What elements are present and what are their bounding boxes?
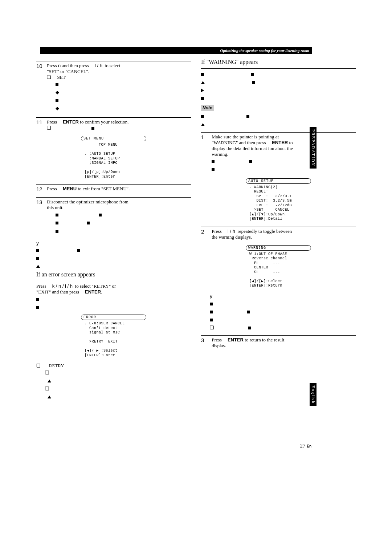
square-icon: [212, 168, 215, 171]
screen-body: TOP MENU . ;AUTO SETUP ;MANUAL SETUP ;SI…: [81, 141, 146, 181]
step-10: 10 Press n and then press l / h to selec…: [36, 63, 191, 112]
screen-title: ERROR: [81, 315, 146, 320]
text: repeatedly to toggle between: [237, 228, 292, 234]
square-icon: [252, 81, 255, 84]
triangle-icon: [36, 265, 40, 268]
triangle-icon: [48, 396, 51, 398]
text: to: [289, 140, 293, 145]
text: this unit.: [47, 205, 64, 210]
text: "WARNING" and then press: [212, 140, 266, 145]
right-column: If "WARNING" appears Not: [201, 57, 356, 401]
rule: [36, 184, 191, 185]
two-column-layout: 10 Press n and then press l / h to selec…: [36, 57, 356, 401]
warning-heading: If "WARNING" appears: [201, 59, 356, 65]
square-icon: [87, 222, 90, 224]
step-body: Press ENTER to confirm your selection. ❏: [47, 119, 191, 131]
y-heading: y: [36, 240, 191, 246]
text: Press: [36, 283, 46, 289]
key-glyph: k / n / l / h: [52, 283, 73, 289]
side-tab-preparation: PREPARATION: [310, 127, 317, 169]
square-icon: [201, 97, 204, 100]
text: and then press: [62, 63, 89, 68]
text: to select: [105, 63, 121, 68]
arrow-right-icon: [201, 89, 204, 92]
square-icon: [56, 99, 58, 102]
square-icon: [99, 214, 102, 216]
step-13: 13 Disconnect the optimizer microphone f…: [36, 199, 191, 235]
step-body: Press n and then press l / h to select "…: [47, 63, 191, 112]
square-icon: [36, 298, 39, 301]
rule: [201, 227, 356, 227]
left-column: 10 Press n and then press l / h to selec…: [36, 57, 191, 401]
page-num: 27: [300, 443, 305, 449]
step-r3: 3 Press ENTER to return to the result di…: [201, 337, 356, 349]
screen-body: . E-8:USER CANCEL Can't detect signal at…: [81, 320, 146, 359]
square-icon: [56, 222, 58, 224]
text: Press: [47, 119, 57, 125]
rule: [36, 281, 191, 281]
text: to confirm your selection.: [80, 119, 128, 125]
osd-screen-warning: WARNING W-1:OUT OF PHASE Reverse channel…: [246, 245, 311, 290]
bullet-block: [56, 80, 191, 112]
square-icon: [56, 214, 58, 216]
rule: [201, 68, 356, 69]
square-icon: [247, 311, 250, 313]
key-enter: ENTER: [63, 119, 79, 125]
step-number: 10: [36, 63, 46, 69]
key-enter: ENTER: [228, 337, 244, 343]
step-r2: 2 Press l / h repeatedly to toggle betwe…: [201, 228, 356, 240]
header-banner: Optimizing the speaker setting for your …: [40, 47, 312, 54]
text: display.: [212, 343, 226, 348]
bullet-block: ❏ ❏: [45, 369, 191, 401]
manual-page: Optimizing the speaker setting for your …: [0, 0, 392, 555]
bullet-block: [212, 157, 355, 173]
error-instruction: Press k / n / l / h to select "RETRY" or…: [36, 283, 191, 311]
step-number: 12: [36, 186, 46, 192]
key-enter: ENTER: [85, 289, 101, 295]
step-12: 12 Press MENU to exit from "SET MENU".: [36, 186, 191, 192]
triangle-icon: [48, 380, 51, 382]
bullet-block: [201, 112, 356, 128]
step-body: Press l / h repeatedly to toggle between…: [212, 228, 355, 240]
bullet-block: ❏: [210, 300, 356, 332]
text: y: [210, 293, 212, 299]
square-icon: [36, 306, 39, 309]
text: Press: [47, 186, 57, 191]
step-number: 11: [36, 119, 46, 125]
text: to select "RETRY" or: [75, 283, 116, 289]
rule: [36, 117, 191, 118]
key-glyph: l / h: [228, 228, 235, 234]
osd-screen-auto-setup: AUTO SETUP . WARNING(2) RESULT SP : 3/2/…: [246, 178, 311, 223]
square-icon: [36, 249, 39, 252]
step-number: 1: [201, 134, 211, 140]
rule: [201, 335, 356, 336]
error-heading: If an error screen appears: [36, 271, 191, 278]
step-body: Disconnect the optimizer microphone from…: [47, 199, 191, 235]
text: Disconnect the optimizer microphone from: [47, 199, 128, 204]
text: Press: [212, 337, 221, 343]
box-icon: ❏: [47, 125, 51, 131]
square-icon: [201, 73, 204, 76]
text: "SET" or "CANCEL".: [47, 69, 89, 74]
y-heading: y ❏: [210, 293, 356, 332]
square-icon: [56, 230, 58, 233]
osd-screen-error: ERROR . E-8:USER CANCEL Can't detect sig…: [81, 315, 146, 359]
screen-title: SET MENU: [81, 136, 146, 141]
text: SET: [57, 74, 66, 80]
bullet-block: [36, 295, 191, 311]
page-lang: En: [307, 444, 311, 448]
step-number: 13: [36, 199, 46, 205]
square-icon: [201, 115, 204, 118]
key-enter: ENTER: [272, 140, 288, 145]
text: Make sure the pointer is pointing at: [212, 134, 279, 139]
text: warning.: [212, 151, 228, 157]
box-icon: ❏: [210, 324, 214, 332]
diamond-icon: [56, 105, 59, 109]
text: to exit from "SET MENU".: [78, 186, 130, 191]
step-11: 11 Press ENTER to confirm your selection…: [36, 119, 191, 131]
step-body: Press ENTER to return to the result disp…: [212, 337, 355, 349]
square-icon: [248, 327, 251, 329]
square-icon: [246, 115, 249, 118]
box-icon: ❏: [47, 74, 51, 80]
key-glyph: n: [58, 63, 61, 68]
